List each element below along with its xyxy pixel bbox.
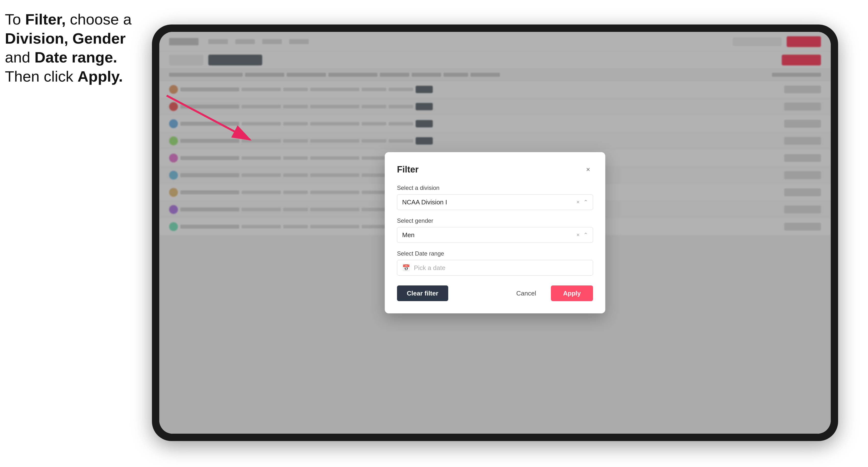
- date-placeholder: Pick a date: [414, 264, 445, 272]
- date-form-group: Select Date range 📅 Pick a date: [397, 250, 593, 276]
- gender-chevron-icon[interactable]: ⌃: [584, 232, 588, 238]
- apply-button[interactable]: Apply: [551, 285, 593, 301]
- modal-header: Filter ×: [397, 164, 593, 175]
- modal-title: Filter: [397, 164, 418, 175]
- division-form-group: Select a division NCAA Division I × ⌃: [397, 185, 593, 210]
- gender-selected-value: Men: [402, 231, 415, 239]
- modal-overlay: Filter × Select a division NCAA Division…: [159, 32, 831, 434]
- date-label: Select Date range: [397, 250, 593, 257]
- instruction-bold4: Apply.: [78, 68, 123, 85]
- instruction-bold3: Date range.: [35, 49, 117, 66]
- calendar-icon: 📅: [402, 264, 410, 272]
- date-range-input[interactable]: 📅 Pick a date: [397, 260, 593, 276]
- gender-label: Select gender: [397, 217, 593, 224]
- tablet-frame: Filter × Select a division NCAA Division…: [152, 25, 838, 441]
- clear-filter-button[interactable]: Clear filter: [397, 285, 448, 301]
- select-actions: × ⌃: [577, 199, 588, 205]
- cancel-button[interactable]: Cancel: [506, 285, 546, 301]
- gender-form-group: Select gender Men × ⌃: [397, 217, 593, 243]
- instruction-bold1: Filter,: [25, 11, 66, 28]
- gender-clear-icon[interactable]: ×: [577, 232, 580, 238]
- instruction-line4: Then click Apply.: [5, 68, 123, 85]
- instruction-panel: To Filter, choose a Division, Gender and…: [5, 10, 142, 86]
- instruction-line3: and Date range.: [5, 49, 117, 66]
- gender-select[interactable]: Men × ⌃: [397, 227, 593, 243]
- division-select[interactable]: NCAA Division I × ⌃: [397, 194, 593, 210]
- division-selected-value: NCAA Division I: [402, 198, 447, 206]
- instruction-bold2: Division, Gender: [5, 30, 126, 47]
- modal-close-button[interactable]: ×: [583, 165, 593, 175]
- modal-footer: Clear filter Cancel Apply: [397, 285, 593, 301]
- instruction-line1: To Filter, choose a: [5, 11, 132, 28]
- tablet-screen: Filter × Select a division NCAA Division…: [159, 32, 831, 434]
- division-chevron-icon[interactable]: ⌃: [584, 199, 588, 205]
- select-actions: × ⌃: [577, 232, 588, 238]
- modal-footer-right: Cancel Apply: [506, 285, 593, 301]
- division-label: Select a division: [397, 185, 593, 191]
- filter-modal: Filter × Select a division NCAA Division…: [385, 152, 605, 313]
- division-clear-icon[interactable]: ×: [577, 199, 580, 205]
